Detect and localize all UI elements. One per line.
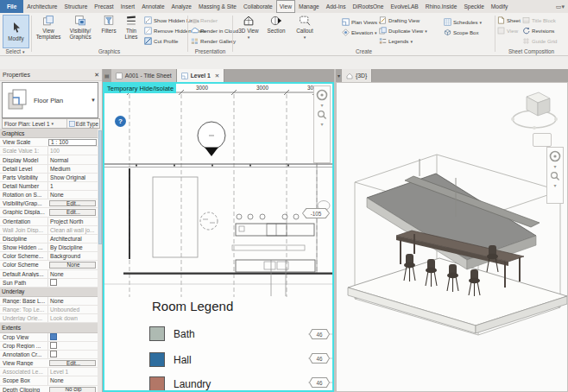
ribbon-tab-structure[interactable]: Structure xyxy=(61,0,92,13)
zoom-icon[interactable] xyxy=(317,110,327,120)
ribbon-tab-modify[interactable]: Modify xyxy=(488,0,511,13)
ribbon-tab-dirootsone[interactable]: DiRootsOne xyxy=(350,0,388,13)
modify-button[interactable]: Modify xyxy=(3,15,29,48)
cut-profile-button[interactable]: Cut Profile xyxy=(144,36,178,46)
sheet-button[interactable]: Sheet xyxy=(497,16,521,25)
plan-viewport[interactable]: Temporary Hide/Isolate ? 3000 3000 3000 xyxy=(103,82,334,392)
room-tag[interactable]: -105 xyxy=(302,208,330,218)
depth-clipping-button[interactable]: No clip xyxy=(49,387,96,392)
graphic-display-edit-button[interactable]: Edit... xyxy=(49,209,96,215)
help-icon[interactable]: ? xyxy=(115,116,126,127)
section-extents[interactable]: Extents xyxy=(0,323,98,332)
view-tab-menu-icon[interactable]: ▤ xyxy=(103,69,111,82)
render-gallery-button[interactable]: Render Gallery xyxy=(191,36,236,46)
ribbon-tab-annotate[interactable]: Annotate xyxy=(138,0,167,13)
annotation-crop-checkbox[interactable] xyxy=(50,351,57,357)
crop-view-checkbox[interactable] xyxy=(50,333,57,340)
drafting-view-button[interactable]: Drafting View xyxy=(379,16,420,25)
ribbon-tab-manage[interactable]: Manage xyxy=(295,0,323,13)
tab-3d[interactable]: {3D} xyxy=(342,69,372,82)
close-view-tab-icon[interactable]: ✕ xyxy=(215,73,219,79)
navigation-bar[interactable]: ▾ ▾ xyxy=(313,85,331,163)
elevation-button[interactable]: Elevation ▾ xyxy=(342,28,377,37)
create-group-label[interactable]: Create xyxy=(234,48,494,54)
plan-views-button[interactable]: Plan Views ▾ xyxy=(342,17,382,27)
cut-profile-icon xyxy=(144,37,152,45)
viewcube-options-button[interactable] xyxy=(533,133,552,147)
ribbon-tab-bar: File Architecture Structure Precast Inse… xyxy=(0,0,568,13)
ribbon-tab-architecture[interactable]: Architecture xyxy=(23,0,60,13)
type-selector-caret-icon[interactable]: ▼ xyxy=(91,98,96,103)
view-tab-menu-icon[interactable]: ▾ xyxy=(336,69,342,82)
sun-path-checkbox[interactable] xyxy=(50,279,57,286)
schedules-label: Schedules xyxy=(453,19,477,25)
graphics-group-label[interactable]: Graphics xyxy=(32,48,186,54)
ribbon-tab-speckle[interactable]: Speckle xyxy=(460,0,487,13)
properties-close-icon[interactable]: ✕ xyxy=(94,72,99,79)
revit-window: File Architecture Structure Precast Inse… xyxy=(0,0,568,392)
temporary-hide-isolate-badge[interactable]: Temporary Hide/Isolate xyxy=(104,84,176,93)
3d-navigation-bar[interactable]: ▾ ▾ xyxy=(546,147,564,204)
grid-bubble[interactable]: 46 xyxy=(309,353,330,364)
nav-caret-icon[interactable]: ▾ xyxy=(553,183,556,188)
row-range-base: Range: Base L...None xyxy=(0,297,98,306)
properties-scrollbar-thumb[interactable] xyxy=(98,130,102,244)
ribbon-tab-rhinoinside[interactable]: Rhino.Inside xyxy=(422,0,461,13)
ribbon-tab-file[interactable]: File xyxy=(0,0,23,13)
crop-region-checkbox[interactable] xyxy=(50,342,57,349)
edit-type-button[interactable]: Edit Type xyxy=(66,119,99,128)
modify-cursor-icon xyxy=(10,22,22,34)
ribbon-display-options-icon[interactable]: ▭▾ xyxy=(552,0,568,13)
visibility-graphics-button[interactable]: Visibility/ Graphics xyxy=(65,14,96,47)
visibility-edit-button[interactable]: Edit... xyxy=(49,200,96,206)
section-button[interactable]: Section xyxy=(262,14,290,47)
instance-name[interactable]: Floor Plan: Level 1 xyxy=(4,121,50,127)
3d-viewport[interactable]: ▾ ▾ xyxy=(336,82,568,392)
view-scale-value[interactable]: 1 : 100 xyxy=(48,139,97,146)
legends-button[interactable]: Legends ▾ xyxy=(379,36,413,46)
steering-wheel-icon[interactable] xyxy=(549,150,561,162)
zoom-icon[interactable] xyxy=(550,171,560,181)
3d-tab-label: {3D} xyxy=(356,73,367,79)
row-underlay-orientation: Underlay Orie...Look down xyxy=(0,314,98,323)
thin-lines-button[interactable]: Thin Lines xyxy=(120,14,142,47)
callout-button[interactable]: Callout ▾ xyxy=(291,14,319,47)
3d-view-button[interactable]: 3D View ▾ xyxy=(236,14,262,47)
scope-box-label: Scope Box xyxy=(453,29,478,35)
color-scheme-button[interactable]: None xyxy=(49,262,96,268)
nav-caret-icon[interactable]: ▾ xyxy=(320,122,323,127)
steering-wheel-icon[interactable] xyxy=(316,89,328,101)
instance-caret-icon[interactable]: ▾ xyxy=(52,121,54,126)
cut-profile-label: Cut Profile xyxy=(154,38,178,44)
sheet-composition-group-label[interactable]: Sheet Composition xyxy=(496,48,566,54)
scope-box-button[interactable]: Scope Box xyxy=(444,28,478,37)
type-selector[interactable]: Floor Plan ▼ xyxy=(2,82,98,118)
grid-bubble[interactable]: 46 xyxy=(309,329,330,339)
ribbon-tab-insert[interactable]: Insert xyxy=(117,0,139,13)
presentation-group-label[interactable]: Presentation xyxy=(189,48,231,54)
properties-scrollbar[interactable] xyxy=(98,129,102,392)
grid-bubble[interactable]: 46 xyxy=(309,377,330,388)
duplicate-view-button[interactable]: Duplicate View ▾ xyxy=(379,26,427,35)
nav-caret-icon[interactable]: ▾ xyxy=(553,164,556,169)
nav-caret-icon[interactable]: ▾ xyxy=(320,103,323,108)
view-range-edit-button[interactable]: Edit... xyxy=(49,360,96,366)
ribbon-tab-view[interactable]: View xyxy=(276,0,295,13)
ribbon-tab-precast[interactable]: Precast xyxy=(91,0,117,13)
ribbon-tab-addins[interactable]: Add-Ins xyxy=(323,0,350,13)
elevation-label: Elevation xyxy=(351,29,373,35)
ribbon-tab-collaborate[interactable]: Collaborate xyxy=(240,0,276,13)
tab-title-sheet[interactable]: A001 - Title Sheet xyxy=(111,69,177,82)
filters-button[interactable]: Filters xyxy=(98,14,120,47)
revisions-button[interactable]: Revisions xyxy=(522,26,554,35)
render-in-cloud-button[interactable]: Render in Cloud xyxy=(191,26,238,35)
tab-level-1[interactable]: Level 1 ✕ xyxy=(177,69,225,82)
ribbon-tab-massing-site[interactable]: Massing & Site xyxy=(195,0,240,13)
ribbon-tab-evolvelab[interactable]: EvolveLAB xyxy=(387,0,421,13)
ribbon-tab-analyze[interactable]: Analyze xyxy=(168,0,195,13)
select-group-label[interactable]: Select xyxy=(6,48,22,54)
section-underlay[interactable]: Underlay xyxy=(0,288,98,297)
section-graphics[interactable]: Graphics xyxy=(0,129,98,138)
view-templates-button[interactable]: View Templates xyxy=(33,14,64,47)
schedules-button[interactable]: Schedules ▾ xyxy=(444,17,482,27)
